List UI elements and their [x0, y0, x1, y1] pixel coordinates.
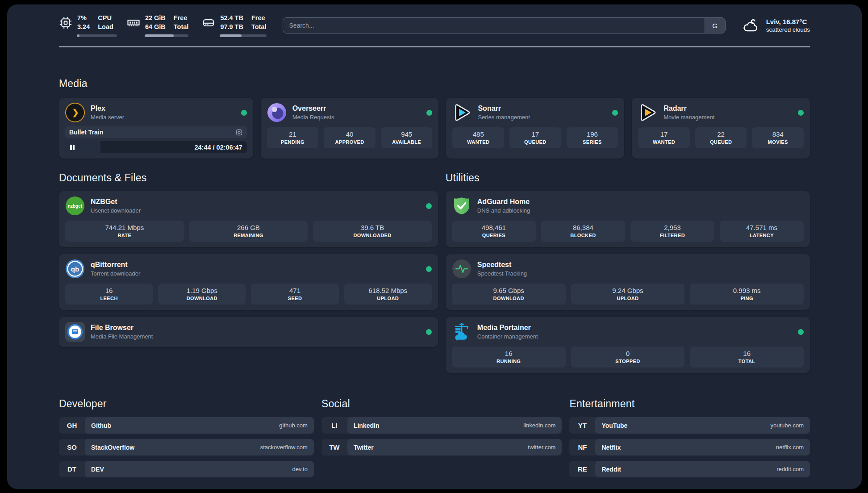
stat-label: TOTAL	[692, 359, 802, 364]
stat-label: REMAINING	[191, 233, 306, 238]
memory-total-value: 64 GiB	[145, 23, 166, 32]
stat-box: 40 APPROVED	[324, 127, 376, 148]
stat-value: 9.24 Gbps	[573, 287, 683, 294]
search-engine-button[interactable]: G	[705, 18, 725, 33]
section-title-social: Social	[321, 398, 562, 410]
disk-total-value: 97.9 TB	[220, 23, 243, 32]
stat-value: 266 GB	[191, 224, 306, 231]
bookmarks-footer: Developer GH Github github.com SO StackO…	[59, 398, 810, 477]
stat-box: 22 QUEUED	[695, 127, 747, 148]
app-name: Media Portainer	[477, 324, 792, 332]
stat-label: BLOCKED	[543, 233, 623, 238]
section-title-entertainment: Entertainment	[569, 398, 810, 410]
stat-label: QUEUED	[697, 139, 745, 145]
bookmark-abbr: RE	[569, 461, 595, 477]
app-name: AdGuard Home	[477, 198, 804, 206]
stat-box: 0 STOPPED	[571, 347, 685, 368]
filebrowser-icon	[65, 322, 85, 342]
app-card-portainer[interactable]: Media Portainer Container management 16 …	[446, 317, 810, 373]
stat-label: STOPPED	[573, 359, 683, 364]
stat-box: 2,953 FILTERED	[630, 221, 714, 242]
qbittorrent-icon: qb	[65, 259, 85, 279]
bookmark-name: Github	[91, 422, 111, 429]
app-card-nzbget[interactable]: nzbget NZBGet Usenet downloader 744.21 M…	[59, 191, 438, 247]
stat-label: WANTED	[454, 139, 502, 145]
stat-label: SERIES	[568, 139, 617, 145]
stat-value: 2,953	[632, 224, 713, 231]
bookmark-row[interactable]: NF Netflix netflix.com	[569, 439, 810, 455]
app-stats: 485 WANTED 17 QUEUED 196 SERIES	[452, 127, 618, 148]
cloud-icon	[742, 17, 760, 34]
stat-value: 47.571 ms	[722, 224, 802, 231]
stat-box: 945 AVAILABLE	[381, 127, 433, 148]
stat-label: UPLOAD	[573, 296, 683, 301]
stat-box: 16 RUNNING	[452, 347, 566, 368]
stat-box: 17 QUEUED	[509, 127, 561, 148]
section-title-documents: Documents & Files	[59, 172, 438, 184]
bookmark-row[interactable]: YT YouTube youtube.com	[569, 417, 810, 434]
stat-value: 9.65 Gbps	[454, 287, 564, 294]
section-title-media: Media	[59, 78, 810, 90]
now-playing-title: Bullet Train	[69, 129, 103, 136]
app-name: File Browser	[91, 324, 420, 332]
stat-label: FILTERED	[632, 233, 713, 238]
stat-box: 21 PENDING	[267, 127, 319, 148]
stat-box: 744.21 Mbps RATE	[65, 221, 184, 242]
stat-value: 40	[326, 130, 374, 138]
section-title-developer: Developer	[59, 398, 314, 410]
stat-label: DOWNLOAD	[160, 296, 244, 301]
app-name: Plex	[91, 104, 235, 113]
stat-value: 17	[640, 130, 688, 138]
weather-condition: scattered clouds	[766, 26, 810, 33]
search-input[interactable]	[283, 17, 726, 33]
bookmark-url: linkedin.com	[523, 422, 555, 429]
stat-label: LATENCY	[722, 233, 802, 238]
stat-label: QUERIES	[454, 233, 534, 238]
system-stats: 7%3.24 CPULoad 22 GiB64 GiB FreeTota	[59, 14, 267, 37]
bookmark-abbr: SO	[59, 439, 85, 455]
stat-label: UPLOAD	[346, 296, 430, 301]
adguard-icon	[452, 196, 472, 216]
app-card-qbittorrent[interactable]: qb qBittorrent Torrent downloader 16	[59, 254, 438, 310]
stat-value: 1.19 Gbps	[160, 287, 244, 294]
status-dot	[426, 266, 432, 272]
search-bar: G	[283, 17, 726, 33]
app-card-speedtest[interactable]: Speedtest Speedtest Tracking 9.65 Gbps D…	[446, 254, 810, 310]
stat-box: 9.65 Gbps DOWNLOAD	[452, 284, 566, 305]
app-stats: 744.21 Mbps RATE 266 GB REMAINING 39.6 T…	[65, 221, 432, 242]
stat-box: 266 GB REMAINING	[189, 221, 308, 242]
bookmark-name: Netflix	[601, 444, 621, 451]
disk-stat: 52.4 TB97.9 TB FreeTotal	[202, 14, 266, 37]
app-subtitle: Speedtest Tracking	[477, 270, 804, 277]
svg-text:nzbget: nzbget	[68, 204, 83, 209]
status-dot	[426, 329, 432, 335]
cpu-stat: 7%3.24 CPULoad	[59, 14, 113, 37]
app-card-plex[interactable]: ❯ Plex Media server Bullet Train	[59, 98, 253, 159]
bookmark-row[interactable]: SO StackOverflow stackoverflow.com	[59, 439, 314, 455]
bookmark-row[interactable]: GH Github github.com	[59, 417, 314, 434]
bookmark-name: StackOverflow	[91, 444, 134, 451]
app-card-filebrowser[interactable]: File Browser Media File Management	[59, 317, 438, 347]
app-subtitle: Media File Management	[91, 333, 420, 340]
app-card-overseerr[interactable]: Overseerr Media Requests 21 PENDING 40 A…	[261, 98, 439, 159]
app-card-adguard[interactable]: AdGuard Home DNS and adblocking 498,461 …	[446, 191, 810, 247]
stat-box: 498,461 QUERIES	[452, 221, 536, 242]
dashboard-panel: 7%3.24 CPULoad 22 GiB64 GiB FreeTota	[7, 4, 862, 489]
speedtest-icon	[452, 259, 472, 279]
stat-value: 471	[253, 287, 337, 294]
bookmark-row[interactable]: DT DEV dev.to	[59, 461, 314, 477]
weather-widget: Lviv, 16.87°C scattered clouds	[742, 17, 810, 34]
status-dot	[798, 329, 804, 335]
app-stats: 16 RUNNING 0 STOPPED 16 TOTAL	[452, 347, 804, 368]
status-dot	[426, 110, 432, 116]
stat-label: RATE	[67, 233, 182, 238]
app-card-radarr[interactable]: Radarr Movie management 17 WANTED 22 QUE…	[632, 98, 810, 159]
bookmark-url: dev.to	[292, 466, 307, 472]
stat-value: 17	[511, 130, 559, 138]
player-settings-icon[interactable]	[235, 129, 243, 136]
app-card-sonarr[interactable]: Sonarr Series management 485 WANTED 17 Q…	[446, 98, 624, 159]
bookmark-row[interactable]: RE Reddit reddit.com	[569, 461, 810, 477]
bookmark-row[interactable]: LI LinkedIn linkedin.com	[321, 417, 562, 434]
bookmark-row[interactable]: TW Twitter twitter.com	[321, 439, 562, 455]
cpu-label: CPU	[98, 14, 113, 23]
